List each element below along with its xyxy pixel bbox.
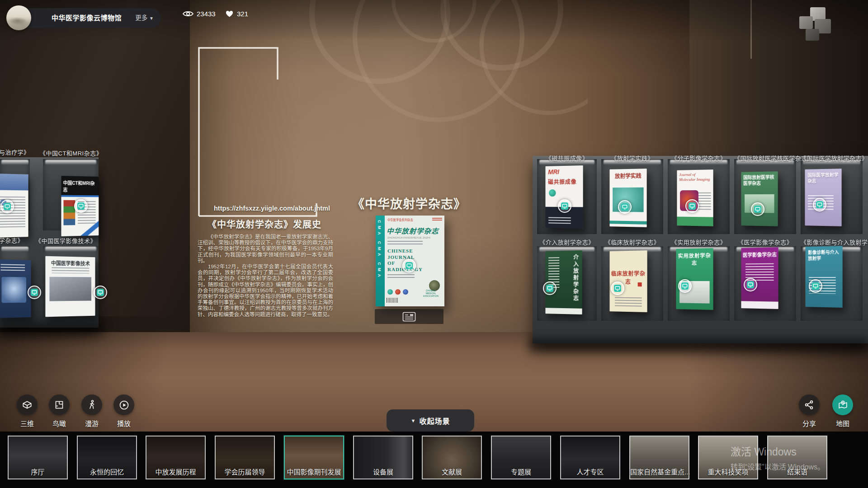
screen-icon	[31, 289, 38, 296]
walkthrough-button[interactable]	[81, 394, 102, 415]
scene-label: 文献展	[423, 467, 481, 476]
museum-avatar[interactable]	[6, 5, 31, 30]
play-button[interactable]	[113, 394, 134, 415]
eye-icon	[183, 10, 193, 18]
screen-icon	[681, 282, 689, 290]
cover-title: 实用放射学杂志	[676, 251, 713, 266]
journal-cover[interactable]: 影像诊断与介入放射学	[805, 246, 842, 308]
journal-cover[interactable]: 国际医学放射学杂志	[805, 169, 841, 226]
collapse-scenes-button[interactable]: ▼ 收起场景	[387, 409, 474, 432]
virtual-museum-scene: 与治疗学》 《中国CT和MRI杂志》 学杂志》 《中国医学影像技术》 中国CT和…	[0, 0, 868, 488]
journal-shelf-label: 《中国医学影像技术》	[35, 236, 95, 245]
journal-hotspot[interactable]	[809, 279, 822, 293]
journal-hotspot[interactable]	[0, 200, 14, 213]
cover-accent-bar	[61, 195, 99, 197]
cover-title: 磁共振成像	[548, 178, 576, 186]
journal-cover[interactable]: 放射学实践	[609, 169, 646, 227]
journal-hotspot[interactable]	[618, 200, 632, 214]
journal-hotspot[interactable]	[611, 282, 624, 295]
scene-thumbnail[interactable]: 结束语	[767, 436, 827, 479]
cover-text-lines	[387, 241, 423, 245]
scene-thumbnail[interactable]: 文献展	[422, 436, 482, 479]
history-paragraph-2: 1952年12月，在中华医学会第十七届全国会员代表大会的同期，放射学分会举行了第…	[198, 264, 333, 318]
floorplan-icon	[54, 399, 65, 410]
collapse-scenes-label: 收起场景	[419, 415, 450, 426]
header-bar: 中华医学影像云博物馆 更多 ▼	[14, 8, 161, 28]
exhibit-plaque[interactable]	[375, 309, 443, 324]
journal-about-url[interactable]: https://zhfsxzz.yiigle.com/about.jhtml	[214, 205, 336, 212]
journal-cover[interactable]: 临床放射学杂志	[609, 250, 647, 312]
scene-thumbnail[interactable]: 人才专区	[560, 436, 620, 479]
cover-image	[49, 277, 91, 301]
scene-label: 设备展	[354, 467, 412, 476]
more-menu-button[interactable]: 更多 ▼	[135, 8, 154, 28]
scene-label: 学会历届领导	[216, 467, 274, 476]
cover-title: 介入放射学杂志	[572, 254, 580, 304]
scene-thumbnail[interactable]: 永恒的回忆	[77, 436, 137, 479]
scene-thumbnail-selected[interactable]: 中国影像期刊发展	[284, 436, 344, 479]
scene-label: 中国影像期刊发展	[285, 467, 343, 476]
journal-hotspot[interactable]	[685, 199, 699, 213]
featured-journal-title: 《中华放射学杂志》	[341, 194, 477, 212]
journal-shelf-label: 《介入放射学杂志》	[537, 238, 597, 246]
cover-text-lines	[52, 267, 90, 273]
chevron-down-icon: ▼	[149, 16, 154, 21]
like-count[interactable]: 321	[225, 10, 248, 18]
journal-hotspot[interactable]	[813, 198, 826, 211]
scene-thumbnail[interactable]: 设备展	[353, 436, 413, 479]
map-label: 地图	[827, 418, 859, 428]
cover-title: Journal of Molecular Imaging	[679, 172, 712, 182]
journal-hotspot[interactable]	[744, 278, 757, 291]
journal-cover[interactable]: 中国医学影像技术	[45, 256, 95, 317]
like-count-value: 321	[237, 10, 248, 18]
map-button[interactable]	[832, 394, 853, 415]
cover-text-lines	[1, 264, 25, 273]
screen-icon	[689, 202, 696, 210]
share-button[interactable]	[799, 394, 820, 415]
cover-logo	[549, 189, 556, 197]
featured-journal-hotspot[interactable]	[402, 259, 416, 272]
walkthrough-label: 漫游	[76, 418, 108, 428]
journal-hotspot[interactable]	[74, 199, 88, 213]
journal-hotspot[interactable]	[94, 286, 107, 299]
journal-shelf-label: 《影像诊断与介入放射学》	[801, 238, 863, 246]
scene-thumbnail[interactable]: 专题展	[491, 436, 551, 479]
journal-cover[interactable]: 医学影像学杂志	[741, 247, 778, 309]
cover-title: 中国CT和MRI杂志	[63, 179, 99, 193]
cover-title: 中国医学影像技术	[45, 259, 95, 267]
journal-hotspot[interactable]	[28, 286, 41, 299]
share-label: 分享	[793, 418, 825, 428]
cover-barcode	[387, 298, 398, 303]
wall-display-frame	[195, 44, 335, 223]
scene-thumbnail[interactable]: 序厅	[8, 436, 68, 479]
scene-label: 结束语	[768, 467, 826, 476]
floor-shadow-left	[0, 316, 212, 434]
cover-text-lines	[548, 217, 571, 225]
birds-eye-button[interactable]	[49, 394, 70, 415]
journal-cover[interactable]	[0, 259, 31, 318]
scene-thumbnail-strip: 序厅 永恒的回忆 中放发展历程 学会历届领导 中国影像期刊发展 设备展 文献展 …	[0, 432, 868, 488]
screen-icon	[4, 203, 11, 210]
journal-shelf-label: 与治疗学》	[0, 148, 30, 156]
scene-thumbnail[interactable]: 学会历届领导	[215, 436, 275, 479]
journal-hotspot[interactable]	[558, 199, 571, 213]
scene-thumbnail[interactable]: 重大科技奖项	[698, 436, 758, 479]
share-icon	[804, 399, 815, 410]
journal-shelf-label: 《医学影像学杂志》	[734, 238, 796, 246]
journal-hotspot[interactable]	[751, 202, 764, 216]
cover-title: 中华放射学杂志	[387, 225, 443, 235]
journal-cover[interactable]: Journal of Molecular Imaging	[677, 169, 713, 226]
journal-cover[interactable]: 国际放射医学核医学杂志	[741, 171, 778, 226]
history-text: 《中华放射学杂志》是在我国老一辈放射学家谢志光、汪绍训、荣独山等教授的倡议下，在…	[198, 234, 333, 318]
journal-shelf-label: 《磁共振成像》	[537, 154, 597, 162]
journal-cover[interactable]: 实用放射学杂志	[676, 248, 713, 310]
journal-shelf-label: 《放射学实践》	[601, 154, 663, 162]
map-pin-icon	[837, 399, 849, 411]
journal-hotspot[interactable]	[678, 279, 692, 293]
scene-thumbnail[interactable]: 国家自然基金重点...	[629, 436, 689, 479]
view-3d-button[interactable]	[17, 394, 38, 415]
scene-label: 中放发展历程	[146, 467, 205, 476]
journal-hotspot[interactable]	[543, 282, 557, 295]
scene-thumbnail[interactable]: 中放发展历程	[146, 436, 206, 479]
journal-cover[interactable]: MRI 磁共振成像	[545, 165, 583, 229]
